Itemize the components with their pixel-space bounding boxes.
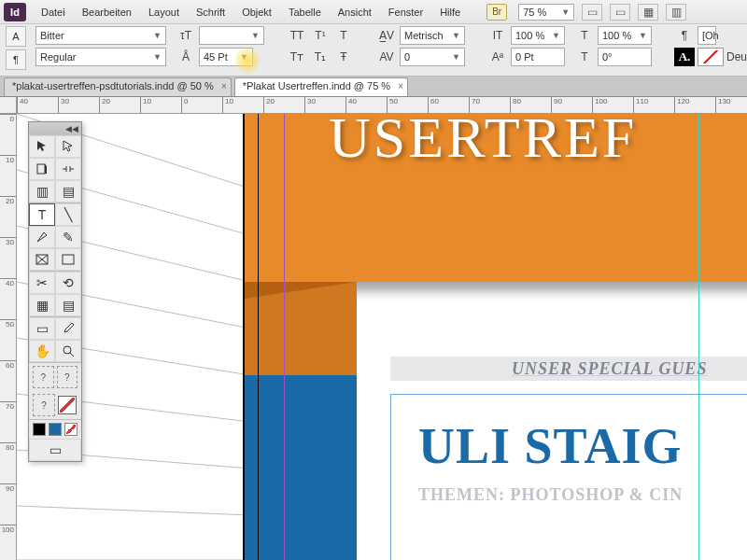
close-icon[interactable]: × [221,81,227,91]
underline-button[interactable]: T [333,26,354,45]
menu-ansicht[interactable]: Ansicht [331,3,379,21]
gradient-feather-tool[interactable]: ▤ [55,294,81,316]
skew-field[interactable]: 0° [598,48,652,66]
menu-fenster[interactable]: Fenster [381,3,430,21]
small-caps-button[interactable]: Tᴛ [287,48,307,66]
bridge-icon[interactable]: Br [486,4,507,21]
menu-layout[interactable]: Layout [141,3,187,21]
kerning-dropdown[interactable]: Metrisch▼ [400,26,465,45]
view-options-icon[interactable]: ▭ [582,4,602,21]
menu-tabelle[interactable]: Tabelle [281,3,329,21]
menu-hilfe[interactable]: Hilfe [432,3,468,21]
para-style-icon[interactable]: ¶ [674,26,695,45]
free-transform-tool[interactable]: ⟲ [55,272,81,294]
subline-text[interactable]: THEMEN: PHOTOSHOP & CIN [418,485,683,505]
menu-datei[interactable]: Datei [34,3,73,21]
orange-banner-shape[interactable]: USERTREF 2013 [245,114,747,282]
guest-label-text: UNSER SPECIAL GUES [512,359,707,379]
arrange-icon[interactable]: ▦ [638,4,658,21]
paragraph-mode-button[interactable]: ¶ [6,49,26,70]
rectangle-tool[interactable] [55,248,81,271]
font-style-dropdown[interactable]: Regular▼ [35,48,166,66]
menu-schrift[interactable]: Schrift [189,3,233,21]
document-tab-strip: *plakat-usertreffen-psdtutorials.indd @ … [0,77,747,97]
subscript-button[interactable]: T₁ [310,48,331,66]
pen-tool[interactable] [29,226,55,248]
rectangle-frame-tool[interactable] [29,248,55,271]
apply-color-icon[interactable] [33,423,46,436]
baseline-shift-field[interactable]: 0 Pt [511,48,565,66]
workspace-icon[interactable]: ▥ [666,4,686,21]
color-mode-row [29,420,81,439]
apply-none-icon[interactable] [58,396,77,414]
fill-stroke-swatches[interactable]: ? ? [29,363,81,391]
ruler-tick: 90 [551,97,592,113]
swap-fill-stroke-icon[interactable]: ? [57,366,78,388]
scissors-tool[interactable]: ✂ [29,272,55,294]
strikethrough-button[interactable]: Ŧ [333,48,354,66]
content-placer-tool[interactable]: ▤ [55,180,81,203]
chevron-down-icon: ▼ [639,31,647,40]
format-container-icon[interactable]: ? [33,394,55,416]
margin-guide[interactable] [284,114,285,560]
zoom-tool[interactable] [55,340,81,362]
svg-line-7 [17,506,250,515]
panel-collapse-button[interactable]: ◀◀ [29,122,81,135]
tools-panel: ◀◀ ▥ ▤ T ╲ ✎ ✂ ⟲ ▦ ▤ ▭ ✋ [28,121,82,462]
zoom-level-dropdown[interactable]: 75 % ▼ [518,4,574,21]
horizontal-scale-field[interactable]: 100 %▼ [598,26,652,45]
ruler-tick: 80 [510,97,551,113]
stroke-color-swatch[interactable] [698,48,724,66]
note-tool[interactable]: ▭ [29,317,55,340]
document-canvas[interactable]: USERTREF 2013 UNSER SPECIAL GUES ULI STA… [17,114,747,560]
vertical-scale-field[interactable]: 100 %▼ [511,26,565,45]
guide-vertical-cyan[interactable] [698,114,699,560]
blue-ribbon-shape[interactable] [245,357,357,560]
menu-bearbeiten[interactable]: Bearbeiten [75,3,139,21]
lang-fragment: Deu [726,48,747,66]
horizontal-scale-value: 100 % [602,30,631,41]
all-caps-button[interactable]: TT [287,26,307,45]
content-collector-tool[interactable]: ▥ [29,180,55,203]
default-fill-stroke-icon[interactable]: ? [33,366,54,388]
svg-point-12 [63,346,71,354]
pencil-tool[interactable]: ✎ [55,226,81,248]
hand-tool[interactable]: ✋ [29,340,55,362]
gap-tool[interactable] [55,158,81,180]
fill-color-swatch[interactable]: A. [674,48,695,66]
guide-vertical[interactable] [258,114,259,560]
document-tab[interactable]: *Plakat Usertreffen.indd @ 75 %× [234,77,408,96]
font-size-dropdown[interactable]: ▼ [199,26,264,45]
gradient-swatch-tool[interactable]: ▦ [29,294,55,316]
character-mode-button[interactable]: A [6,26,26,47]
guest-label-bar[interactable]: UNSER SPECIAL GUES [390,357,747,381]
apply-none-icon[interactable] [64,423,78,436]
type-tool[interactable]: T [29,203,55,226]
leading-dropdown[interactable]: 45 Pt▼ [199,48,253,66]
oh-fragment-field[interactable]: [Oh [698,26,716,45]
ruler-origin[interactable] [0,97,17,114]
close-icon[interactable]: × [398,81,403,91]
direct-selection-tool[interactable] [55,135,81,158]
horizontal-ruler[interactable]: 403020100102030405060708090100110120130 [17,97,747,114]
selection-tool[interactable] [29,135,55,158]
page-tool[interactable] [29,158,55,180]
eyedropper-tool[interactable] [55,317,81,340]
banner-title-text[interactable]: USERTREF [329,114,637,171]
line-tool[interactable]: ╲ [55,203,81,226]
guest-name-text[interactable]: ULI STAIG [418,417,683,475]
apply-gradient-icon[interactable] [49,423,62,436]
skew-icon: T [574,48,595,66]
screen-mode-icon[interactable]: ▭ [610,4,630,21]
superscript-button[interactable]: T¹ [310,26,331,45]
font-family-dropdown[interactable]: Bitter▼ [35,26,166,45]
vertical-ruler[interactable]: 0102030405060708090100 [0,114,17,560]
menu-objekt[interactable]: Objekt [234,3,279,21]
horizontal-scale-icon: T [574,26,595,45]
tracking-dropdown[interactable]: 0▼ [400,48,465,66]
banner-fold-shape[interactable] [245,282,357,375]
view-mode-button[interactable]: ▭ [29,439,81,461]
document-tab[interactable]: *plakat-usertreffen-psdtutorials.indd @ … [4,77,232,96]
leading-value: 45 Pt [204,51,228,63]
chevron-down-icon: ▼ [452,52,460,62]
